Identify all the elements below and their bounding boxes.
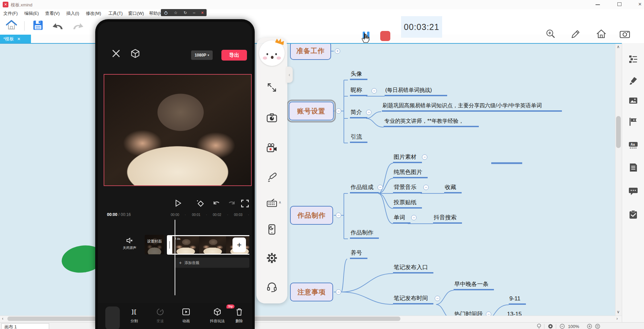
menu-insert[interactable]: 插入(I) (66, 10, 79, 16)
undo-edit-icon[interactable] (212, 199, 221, 208)
topic-intro-line2[interactable]: 专业的英文讲师，**年教学经验， (384, 118, 479, 127)
comments-panel-icon[interactable] (629, 187, 638, 195)
window-maximize-button[interactable] (617, 2, 621, 6)
scroll-left-icon[interactable]: ‹ (2, 316, 3, 321)
phone-sleep-icon[interactable] (266, 224, 277, 235)
export-button[interactable]: 导出 (221, 50, 247, 61)
refresh-icon[interactable]: ↻ (183, 11, 187, 15)
collapse-toggle[interactable]: − (422, 154, 427, 160)
collapse-toggle[interactable]: − (366, 110, 371, 115)
vertical-scrollbar-thumb[interactable] (616, 116, 621, 148)
add-clip-button[interactable]: + (232, 237, 246, 252)
tool-animation[interactable]: 动画 (175, 307, 197, 324)
menu-window[interactable]: 窗口(W) (128, 10, 144, 16)
collapse-toggle[interactable]: − (435, 296, 440, 301)
scroll-down-icon[interactable]: ∨ (617, 309, 620, 314)
topic-nickname[interactable]: 昵称 (350, 87, 367, 96)
menu-modify[interactable]: 修改(M) (86, 10, 101, 16)
topic-vote-sticker[interactable]: 投票贴纸 (393, 199, 422, 209)
notes-panel-icon[interactable] (629, 163, 638, 172)
resolution-dropdown[interactable]: 1080P ▾ (191, 50, 213, 60)
add-audio-button[interactable]: + 添加音频 (175, 258, 249, 268)
label-aa-icon[interactable]: Aa (629, 141, 638, 149)
power-icon[interactable] (164, 11, 168, 15)
outline-panel-icon[interactable] (629, 55, 638, 64)
tool-delete[interactable]: 删除 (228, 307, 250, 324)
topic-img-material[interactable]: 图片素材 (393, 154, 422, 163)
zoom-tool-icon[interactable] (545, 28, 557, 40)
collapse-toggle[interactable]: − (411, 215, 417, 220)
menu-edit[interactable]: 编辑(E) (24, 10, 39, 16)
topic-avatar[interactable]: 头像 (350, 71, 367, 80)
collapse-toggle[interactable]: − (486, 312, 491, 316)
topic-post-entry[interactable]: 笔记发布入口 (393, 264, 433, 273)
scroll-right-icon[interactable]: › (616, 316, 618, 321)
task-panel-icon[interactable] (629, 210, 638, 219)
tab-template[interactable]: *模板 ✕ (0, 35, 31, 43)
menu-tools[interactable]: 工具(T) (108, 10, 123, 16)
topic-word[interactable]: 单词 (393, 214, 410, 224)
tool-speed[interactable]: 变速 (149, 307, 171, 324)
topic-intro[interactable]: 简介 (350, 109, 367, 118)
screenshot-camera-icon[interactable] (619, 28, 631, 40)
tool-douyin-effects[interactable]: 抖音玩法 (207, 307, 228, 324)
image-panel-icon[interactable] (629, 96, 638, 105)
assistant-collapse-tab[interactable]: ‹ (286, 67, 293, 83)
expand-toggle[interactable]: + (335, 48, 340, 54)
stop-recording-button[interactable] (380, 31, 390, 41)
home-button[interactable] (5, 19, 17, 31)
topic-bgm[interactable]: 背景音乐 (393, 184, 422, 193)
topic-post-time[interactable]: 笔记发布时间 (393, 295, 433, 304)
format-brush-icon[interactable] (629, 76, 638, 85)
collapse-toggle[interactable]: − (336, 213, 341, 218)
video-preview[interactable] (104, 74, 252, 186)
menu-file[interactable]: 文件(F) (3, 10, 18, 16)
support-headset-icon[interactable] (266, 282, 277, 293)
recorder-home-icon[interactable] (596, 28, 607, 40)
topic-account[interactable]: 账号设置 (289, 102, 334, 120)
tab-close-icon[interactable]: ✕ (17, 37, 21, 41)
mute-original-sound-button[interactable]: 关闭原声 (120, 237, 139, 250)
topic-compose[interactable]: 作品组成 (350, 184, 379, 193)
minimize-icon[interactable]: – (193, 11, 195, 15)
expand-fullscreen-icon[interactable] (266, 82, 277, 93)
keyframe-icon[interactable] (196, 199, 205, 208)
keyboard-icon[interactable] (266, 197, 277, 208)
tool-split[interactable]: ][ 分割 (123, 307, 145, 324)
topic-favorite[interactable]: 收藏 (444, 184, 462, 193)
redo-button[interactable] (71, 20, 84, 31)
set-cover-button[interactable]: 设置封面 (145, 235, 164, 254)
keyboard-caret-icon[interactable]: ∧ (279, 200, 281, 205)
topic-intro-line1[interactable]: 刷题巩固高频易错单词知识点，主要分享四六级/小学/中学英语单词 (382, 102, 562, 112)
camera-capture-icon[interactable] (266, 112, 277, 123)
fullscreen-icon[interactable] (241, 199, 249, 208)
topic-nickname-note[interactable]: (每日易错单词挑战) (385, 87, 447, 96)
close-icon[interactable]: × (201, 11, 204, 15)
zoom-in-icon[interactable] (587, 324, 592, 329)
clip-trim-handle[interactable] (167, 235, 172, 255)
topic-daily-three[interactable]: 早中晚各一条 (454, 281, 494, 290)
collapse-toggle[interactable]: − (378, 185, 383, 190)
play-button[interactable] (174, 199, 182, 208)
menu-view[interactable]: 查看(V) (45, 10, 60, 16)
settings-gear-icon[interactable] (266, 253, 277, 263)
topic-produce-child[interactable]: 作品制作 (350, 229, 379, 239)
mindmap-canvas[interactable]: 准备工作 账号设置 作品制作 注意事项 + − − − − − − − − − … (0, 43, 622, 316)
vertical-scrollbar[interactable] (615, 44, 622, 316)
collapse-toggle[interactable]: − (423, 185, 429, 190)
redo-edit-icon[interactable] (227, 199, 236, 208)
topic-raise-account[interactable]: 养号 (350, 250, 367, 259)
sheet-tab[interactable]: 画布 1 (1, 323, 49, 329)
theme-lamp-icon[interactable] (536, 324, 542, 329)
zoom-out-icon[interactable] (560, 324, 565, 329)
record-video-icon[interactable] (266, 143, 277, 153)
save-button[interactable] (32, 20, 44, 31)
topic-notice[interactable]: 注意事项 (290, 283, 333, 301)
fit-map-icon[interactable] (595, 324, 600, 329)
star-icon[interactable]: ☆ (174, 11, 178, 15)
topic-prep[interactable]: 准备工作 (290, 43, 331, 60)
topic-black-img[interactable]: 纯黑色图片 (393, 169, 428, 178)
topic-drain[interactable]: 引流 (350, 134, 367, 143)
marker-flag-icon[interactable] (629, 117, 638, 126)
topic-douyin-search[interactable]: 抖音搜索 (433, 214, 462, 224)
